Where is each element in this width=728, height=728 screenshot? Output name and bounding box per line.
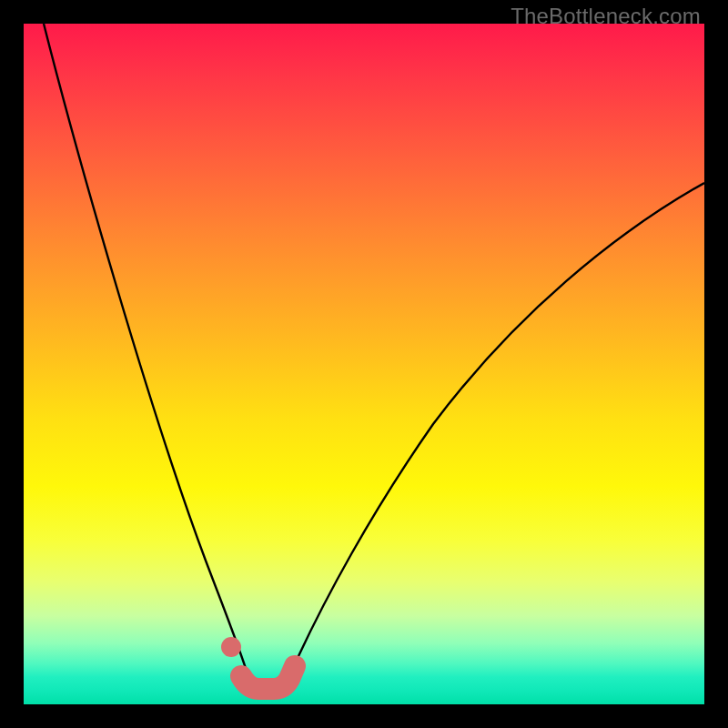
bottleneck-curve <box>24 24 704 704</box>
chart-plot-area <box>24 24 704 704</box>
watermark-text: TheBottleneck.com <box>511 4 701 29</box>
marker-bottom-u <box>241 666 295 689</box>
marker-detached-dot <box>221 637 241 657</box>
curve-right-branch <box>274 183 704 693</box>
curve-left-branch <box>44 24 258 693</box>
